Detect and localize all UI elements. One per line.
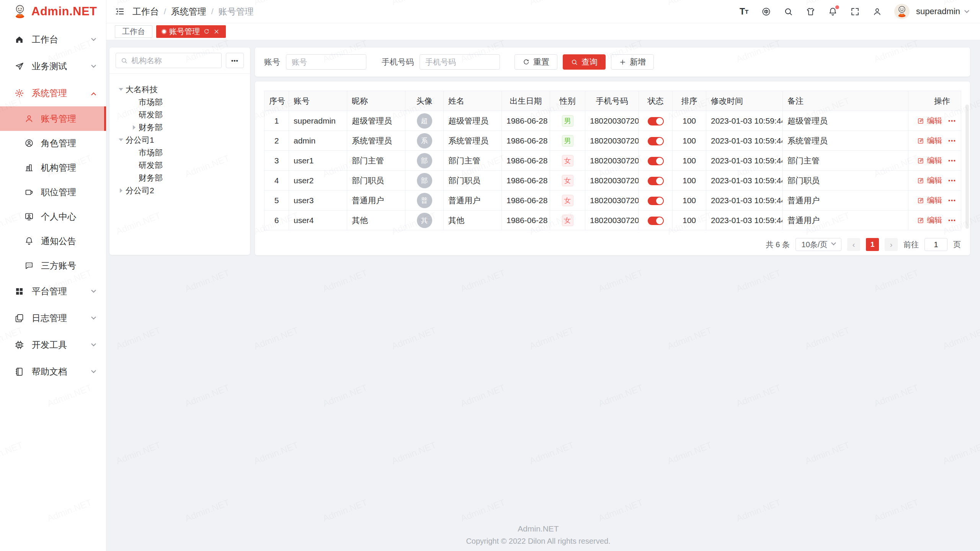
right-column: 账号 手机号码 重置 查询	[255, 47, 970, 255]
edit-icon	[917, 177, 924, 184]
position-icon	[24, 187, 34, 197]
edit-icon	[917, 197, 924, 204]
breadcrumb-item[interactable]: 工作台	[132, 6, 159, 18]
status-toggle[interactable]	[648, 117, 664, 126]
org-search-input[interactable]	[131, 56, 217, 65]
sidebar-menu: 工作台业务测试系统管理账号管理角色管理机构管理职位管理个人中心通知公告三方账号平…	[0, 23, 106, 385]
account-input[interactable]	[286, 54, 366, 70]
row-more-button[interactable]: •••	[948, 197, 956, 204]
cell-birth: 1986-06-28	[502, 210, 550, 230]
theme-icon[interactable]	[805, 7, 816, 17]
goto-page-input[interactable]	[924, 238, 947, 251]
tree-node[interactable]: 财务部	[113, 121, 246, 134]
tree-node[interactable]: 市场部	[113, 146, 246, 159]
edit-button[interactable]: 编辑	[917, 155, 942, 166]
sidebar-item-log-management[interactable]: 日志管理	[0, 305, 106, 331]
collapse-menu-icon[interactable]	[115, 7, 125, 16]
tree-node[interactable]: 研发部	[113, 159, 246, 171]
edit-button[interactable]: 编辑	[917, 116, 942, 126]
topbar: 工作台/系统管理/账号管理 TT	[106, 0, 980, 23]
tree-node[interactable]: 财务部	[113, 171, 246, 184]
cell-avatar: 部	[405, 151, 444, 171]
cell-birth: 1986-06-28	[502, 191, 550, 210]
tree-node[interactable]: 分公司1	[113, 134, 246, 146]
sidebar: Admin.NET 工作台业务测试系统管理账号管理角色管理机构管理职位管理个人中…	[0, 0, 106, 551]
book-icon	[15, 367, 24, 377]
cell-phone: 18020030720	[585, 171, 639, 191]
fullscreen-icon[interactable]	[850, 7, 860, 17]
close-icon[interactable]	[213, 28, 220, 35]
breadcrumb-item[interactable]: 系统管理	[171, 6, 206, 18]
sidebar-item-third-party-account[interactable]: 三方账号	[0, 253, 106, 278]
status-toggle[interactable]	[648, 157, 664, 165]
add-button[interactable]: 新增	[611, 54, 654, 70]
refresh-icon[interactable]	[203, 28, 210, 35]
next-page-button[interactable]: ›	[885, 238, 898, 251]
row-more-button[interactable]: •••	[948, 118, 956, 124]
tree-node[interactable]: 研发部	[113, 108, 246, 121]
query-button[interactable]: 查询	[563, 54, 606, 70]
tree-node[interactable]: 分公司2	[113, 184, 246, 197]
tree-node[interactable]: 大名科技	[113, 83, 246, 96]
column-header: 账号	[289, 91, 347, 111]
sidebar-item-personal-center[interactable]: 个人中心	[0, 204, 106, 229]
notification-icon[interactable]	[828, 7, 838, 17]
edit-button[interactable]: 编辑	[917, 175, 942, 186]
sidebar-item-position-management[interactable]: 职位管理	[0, 180, 106, 204]
avatar: 普	[417, 193, 432, 208]
table-header-row: 序号账号昵称头像姓名出生日期性别手机号码状态排序修改时间备注操作	[265, 91, 961, 111]
sidebar-item-business-test[interactable]: 业务测试	[0, 53, 106, 80]
page-size-select[interactable]: 10条/页	[795, 238, 841, 251]
row-more-button[interactable]: •••	[948, 178, 956, 184]
search-icon[interactable]	[783, 7, 794, 17]
cell-phone: 18020030720	[585, 151, 639, 171]
cell-modified: 2023-01-03 10:59:44	[706, 131, 783, 151]
sidebar-item-platform-management[interactable]: 平台管理	[0, 278, 106, 305]
tree-node[interactable]: 市场部	[113, 96, 246, 108]
tree-node-label: 财务部	[139, 173, 163, 183]
tab-workbench[interactable]: 工作台	[115, 25, 152, 38]
row-more-button[interactable]: •••	[948, 158, 956, 164]
tab-account-management[interactable]: 账号管理	[156, 25, 226, 38]
status-toggle[interactable]	[648, 197, 664, 205]
edit-button[interactable]: 编辑	[917, 215, 942, 225]
edit-icon	[917, 137, 924, 144]
edit-button[interactable]: 编辑	[917, 195, 942, 205]
sidebar-item-account-management[interactable]: 账号管理	[0, 106, 106, 131]
sidebar-item-notice-announcement[interactable]: 通知公告	[0, 229, 106, 253]
sidebar-item-label: 系统管理	[32, 87, 67, 99]
cpu-icon	[15, 340, 24, 350]
page-1-button[interactable]: 1	[866, 238, 879, 251]
font-size-icon[interactable]: TT	[739, 7, 749, 17]
row-more-button[interactable]: •••	[948, 217, 956, 223]
log-icon	[15, 313, 24, 323]
edit-button[interactable]: 编辑	[917, 135, 942, 146]
table-scrollbar[interactable]	[965, 104, 969, 229]
profile-icon[interactable]	[872, 7, 882, 17]
prev-page-button[interactable]: ‹	[847, 238, 860, 251]
sidebar-item-org-management[interactable]: 机构管理	[0, 155, 106, 180]
phone-input[interactable]	[420, 54, 500, 70]
tree-more-button[interactable]: •••	[226, 53, 244, 68]
breadcrumb-separator: /	[211, 7, 214, 16]
filter-buttons: 重置 查询 新增	[514, 54, 654, 70]
sidebar-item-system-management[interactable]: 系统管理	[0, 80, 106, 106]
avatar[interactable]	[894, 4, 910, 19]
username[interactable]: superadmin	[916, 7, 960, 16]
cell-name: 部门职员	[444, 171, 502, 191]
language-icon[interactable]	[761, 7, 771, 17]
status-toggle[interactable]	[648, 177, 664, 185]
cell-remark: 普通用户	[783, 191, 908, 210]
cell-seq: 1	[265, 111, 289, 131]
row-more-button[interactable]: •••	[948, 138, 956, 144]
status-toggle[interactable]	[648, 137, 664, 145]
sidebar-item-dev-tools[interactable]: 开发工具	[0, 331, 106, 358]
reset-button[interactable]: 重置	[514, 54, 557, 70]
sidebar-item-workbench[interactable]: 工作台	[0, 26, 106, 53]
sidebar-item-help-docs[interactable]: 帮助文档	[0, 358, 106, 385]
status-toggle[interactable]	[648, 217, 664, 225]
cell-nickname: 部门主管	[347, 151, 405, 171]
sidebar-item-role-management[interactable]: 角色管理	[0, 131, 106, 155]
cell-operations: 编辑•••	[908, 210, 961, 230]
search-icon	[571, 59, 578, 66]
